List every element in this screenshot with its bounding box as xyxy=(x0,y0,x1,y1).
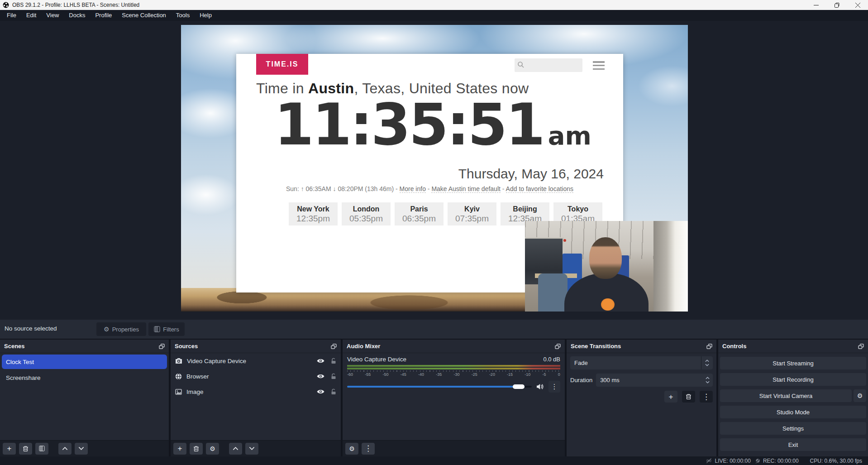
sources-panel-title: Sources xyxy=(175,343,198,350)
close-button[interactable] xyxy=(847,0,868,10)
add-transition-button[interactable]: + xyxy=(664,391,677,403)
clock-time: 11:35:51 xyxy=(274,94,544,157)
restore-button[interactable] xyxy=(826,0,847,10)
popout-icon[interactable] xyxy=(159,344,165,349)
transition-menu-button[interactable]: ⋮ xyxy=(700,391,713,403)
presenter-head xyxy=(589,237,622,279)
duration-label: Duration xyxy=(570,377,592,384)
scene-filters-button[interactable] xyxy=(35,443,48,455)
camera-icon xyxy=(175,358,182,364)
audio-mixer-title: Audio Mixer xyxy=(347,343,380,350)
menu-tools[interactable]: Tools xyxy=(171,10,195,21)
scene-item-screenshare[interactable]: Screenshare xyxy=(2,370,167,385)
timeis-logo[interactable]: TIME.IS xyxy=(256,54,308,75)
menu-view[interactable]: View xyxy=(41,10,64,21)
move-scene-down-button[interactable] xyxy=(75,443,88,455)
move-source-up-button[interactable] xyxy=(229,443,242,455)
mixer-channel-name: Video Capture Device xyxy=(347,356,406,363)
source-properties-button[interactable]: ⚙ xyxy=(206,443,219,455)
speaker-icon[interactable] xyxy=(536,384,544,390)
properties-button[interactable]: ⚙ Properties xyxy=(96,322,146,336)
exit-button[interactable]: Exit xyxy=(720,438,866,451)
remove-source-button[interactable] xyxy=(190,443,203,455)
add-scene-button[interactable]: + xyxy=(3,443,16,455)
image-icon xyxy=(175,389,182,395)
city-box-london[interactable]: London 05:35pm xyxy=(342,202,391,225)
remove-transition-button[interactable] xyxy=(682,391,695,403)
add-favorite-link[interactable]: Add to favorite locations xyxy=(506,185,573,193)
scene-preview[interactable]: TIME.IS Time in Austin, Texas, United St… xyxy=(181,25,688,312)
lock-icon[interactable] xyxy=(331,373,336,379)
sources-panel: Sources Video Capture Device xyxy=(171,340,341,456)
duration-spinbox[interactable]: 300 ms xyxy=(596,374,713,387)
meter-ruler xyxy=(347,370,560,372)
more-info-link[interactable]: More info xyxy=(400,185,426,193)
presenter xyxy=(561,237,652,312)
source-item-image[interactable]: Image xyxy=(171,384,341,399)
visibility-eye-icon[interactable] xyxy=(317,389,324,394)
hamburger-menu-icon[interactable] xyxy=(593,61,605,70)
volume-slider[interactable] xyxy=(347,386,532,388)
lock-icon[interactable] xyxy=(331,358,336,364)
menu-file[interactable]: File xyxy=(2,10,21,21)
remove-scene-button[interactable] xyxy=(19,443,32,455)
menu-docks[interactable]: Docks xyxy=(64,10,90,21)
live-status-icon xyxy=(706,458,712,464)
popout-icon[interactable] xyxy=(858,344,864,349)
cloud xyxy=(638,66,688,106)
scenes-panel-title: Scenes xyxy=(4,343,25,350)
start-recording-button[interactable]: Start Recording xyxy=(720,373,866,386)
move-scene-up-button[interactable] xyxy=(58,443,72,455)
city-box-paris[interactable]: Paris 06:35pm xyxy=(395,202,444,225)
search-input[interactable] xyxy=(515,58,582,72)
sun-info-line: Sun: ↑ 06:35AM ↓ 08:20PM (13h 46m) - Mor… xyxy=(236,185,623,192)
make-default-link[interactable]: Make Austin time default xyxy=(431,185,501,193)
minimize-button[interactable] xyxy=(806,0,826,10)
filters-icon xyxy=(154,326,160,332)
filters-button[interactable]: Filters xyxy=(148,322,185,336)
virtual-camera-settings-button[interactable]: ⚙ xyxy=(854,389,866,402)
concrete-pillar xyxy=(653,221,667,312)
start-streaming-button[interactable]: Start Streaming xyxy=(720,357,866,369)
visibility-eye-icon[interactable] xyxy=(317,358,324,364)
transitions-panel-title: Scene Transitions xyxy=(571,343,621,350)
popout-icon[interactable] xyxy=(331,344,337,349)
date-display: Thursday, May 16, 2024 xyxy=(458,166,604,182)
menu-help[interactable]: Help xyxy=(195,10,217,21)
studio-mode-button[interactable]: Studio Mode xyxy=(720,406,866,418)
start-virtual-camera-button[interactable]: Start Virtual Camera xyxy=(720,389,852,402)
no-source-label: No source selected xyxy=(5,325,57,332)
clock-meridiem: am xyxy=(548,121,591,150)
add-source-button[interactable]: + xyxy=(173,443,186,455)
move-source-down-button[interactable] xyxy=(245,443,258,455)
scene-item-clock-test[interactable]: Clock Test xyxy=(2,355,167,369)
source-item-video-capture[interactable]: Video Capture Device xyxy=(171,353,341,369)
visibility-eye-icon[interactable] xyxy=(317,374,324,379)
scenes-panel: Scenes Clock Test Screenshare + xyxy=(0,340,169,456)
transition-select[interactable]: Fade xyxy=(570,356,713,369)
webcam-overlay xyxy=(525,221,688,312)
mixer-channel-menu-button[interactable]: ⋮ xyxy=(548,381,560,393)
transition-select-arrows[interactable] xyxy=(701,356,713,369)
settings-button[interactable]: Settings xyxy=(720,422,866,435)
menu-edit[interactable]: Edit xyxy=(21,10,41,21)
cloud xyxy=(181,174,240,215)
menu-bar: File Edit View Docks Profile Scene Colle… xyxy=(0,10,868,21)
popout-icon[interactable] xyxy=(706,344,712,349)
mixer-menu-button[interactable]: ⋮ xyxy=(362,443,375,455)
globe-icon xyxy=(175,373,182,380)
city-box-kyiv[interactable]: Kyiv 07:35pm xyxy=(448,202,496,225)
popout-icon[interactable] xyxy=(555,344,561,349)
window-title: OBS 29.1.2 - Profile: LLHLS BETA - Scene… xyxy=(12,2,139,8)
advanced-audio-button[interactable]: ⚙ xyxy=(345,443,358,455)
city-box-new-york[interactable]: New York 12:35pm xyxy=(289,202,338,225)
gear-icon: ⚙ xyxy=(104,326,110,332)
controls-panel-title: Controls xyxy=(722,343,746,350)
dock-area: Scenes Clock Test Screenshare + xyxy=(0,339,868,456)
source-item-browser[interactable]: Browser xyxy=(171,369,341,384)
lock-icon[interactable] xyxy=(331,388,336,395)
menu-scene-collection[interactable]: Scene Collection xyxy=(117,10,171,21)
duration-spin-arrows[interactable] xyxy=(706,377,713,384)
volume-slider-handle[interactable] xyxy=(513,384,525,389)
menu-profile[interactable]: Profile xyxy=(90,10,117,21)
